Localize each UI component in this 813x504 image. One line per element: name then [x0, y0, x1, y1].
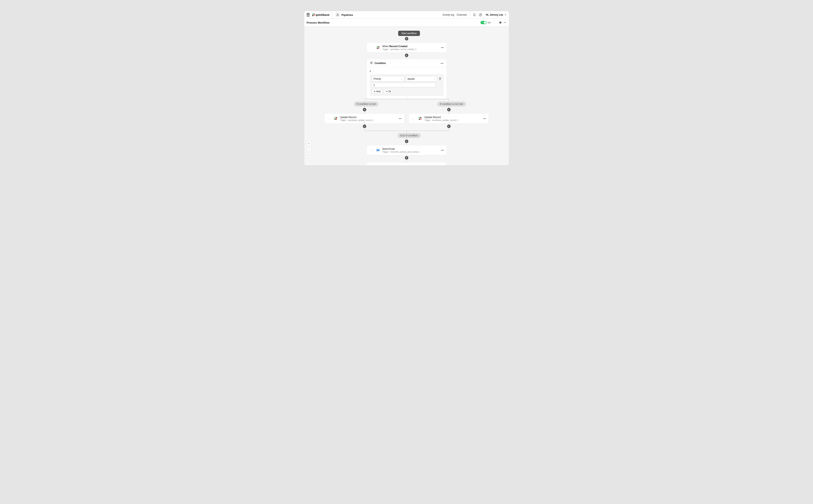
svg-rect-15 — [377, 46, 378, 47]
svg-point-12 — [504, 22, 504, 23]
settings-icon[interactable] — [499, 21, 502, 24]
divider — [470, 11, 470, 18]
fullscreen-button[interactable] — [307, 159, 311, 163]
main-header: quickbase Pipelines Activity log Channel… — [304, 11, 509, 19]
quickbase-icon — [376, 45, 380, 50]
svg-rect-17 — [377, 48, 378, 49]
logo-text: quickbase — [316, 13, 329, 16]
add-step-button[interactable]: + — [405, 156, 408, 160]
svg-point-10 — [500, 22, 501, 23]
zoom-controls: + − — [307, 141, 311, 163]
card-title: Send Email — [382, 148, 420, 151]
card-more-icon[interactable]: ••• — [441, 62, 444, 64]
value-input[interactable] — [372, 83, 436, 87]
toggle-label: On — [488, 21, 491, 24]
update-record-card-right[interactable]: ⋮⋮ Update Record Trigger · quickbase_upd… — [409, 114, 489, 123]
quickbase-icon — [334, 116, 338, 121]
trash-icon[interactable] — [438, 77, 442, 80]
user-greeting: Hi, Johnny Lee — [486, 13, 503, 16]
svg-point-4 — [337, 14, 338, 14]
section-pipelines[interactable]: Pipelines — [335, 13, 353, 17]
card-title: Update Record — [340, 116, 374, 119]
add-step-button[interactable]: + — [405, 37, 408, 40]
card-sub: Trigger · microsoft_outlook_send_email_1 — [382, 151, 420, 153]
user-menu[interactable]: Hi, Johnny Lee — [486, 13, 506, 16]
trigger-when: When — [382, 45, 389, 48]
end-condition-label: End of condition — [398, 133, 421, 138]
fit-button[interactable] — [307, 153, 311, 157]
trigger-event: Record Created — [389, 45, 407, 48]
svg-point-14 — [505, 22, 506, 23]
condition-box: Priority⌄ equals⌄ +And +Or — [370, 74, 444, 96]
outlook-icon — [376, 148, 380, 152]
chevron-down-icon: ⌄ — [434, 78, 435, 80]
zoom-out-button[interactable]: − — [307, 147, 311, 152]
section-title: Pipelines — [341, 13, 353, 16]
svg-rect-3 — [314, 15, 315, 16]
pipelines-icon — [335, 13, 340, 17]
svg-point-6 — [338, 15, 338, 16]
activity-log-link[interactable]: Activity log — [442, 13, 454, 16]
more-icon[interactable] — [503, 21, 506, 24]
drag-handle-icon[interactable]: ⋮⋮ — [411, 117, 416, 120]
drag-handle-icon[interactable]: ⋮⋮ — [327, 117, 332, 120]
send-email-card[interactable]: ⋮⋮ Send Email Trigger · microsoft_outloo… — [367, 146, 447, 155]
check-icon: ✓ — [481, 22, 483, 24]
workflow-title: Process Workflow — [307, 21, 329, 24]
add-step-button[interactable]: + — [405, 140, 408, 143]
update-record-card-left[interactable]: ⋮⋮ Update Record Trigger · quickbase_upd… — [325, 114, 404, 123]
drag-handle-icon[interactable]: ⋮⋮ — [369, 47, 374, 49]
branch-not-met-label: If condition is not met — [437, 102, 466, 106]
svg-point-11 — [500, 23, 500, 24]
condition-card[interactable]: Condition ••• If Priority⌄ equals⌄ +And … — [367, 59, 447, 99]
divider — [332, 11, 333, 18]
card-more-icon[interactable]: ••• — [441, 46, 444, 49]
drag-handle-icon[interactable]: ⋮⋮ — [369, 149, 374, 151]
drag-handle-icon[interactable]: ⋮⋮ — [369, 164, 374, 165]
card-more-icon[interactable]: ••• — [483, 117, 486, 120]
add-step-button[interactable]: + — [447, 108, 451, 111]
workflow-toggle[interactable]: ✓ — [480, 21, 487, 24]
operator-select[interactable]: equals⌄ — [406, 76, 437, 81]
add-step-button[interactable]: + — [363, 125, 366, 128]
svg-rect-26 — [420, 119, 421, 120]
bell-icon[interactable] — [473, 13, 476, 16]
add-step-button[interactable]: + — [447, 125, 451, 128]
svg-point-8 — [480, 15, 481, 16]
partial-card[interactable]: ⋮⋮ — [367, 163, 447, 165]
or-button[interactable]: +Or — [384, 89, 393, 94]
svg-rect-19 — [335, 117, 336, 118]
svg-point-5 — [337, 15, 337, 16]
chevron-down-icon — [504, 14, 506, 16]
start-workflow-pill: Start workflow — [398, 31, 420, 36]
apps-grid-icon[interactable] — [307, 13, 310, 17]
add-step-button[interactable]: + — [363, 108, 366, 111]
if-label: If — [370, 70, 444, 73]
help-icon[interactable] — [479, 13, 482, 16]
condition-title: Condition — [375, 62, 386, 65]
trigger-card[interactable]: ⋮⋮ When Record Created Trigger · quickba… — [367, 43, 447, 52]
chevron-down-icon: ⌄ — [401, 78, 403, 80]
svg-rect-20 — [336, 117, 337, 118]
svg-rect-23 — [419, 117, 420, 118]
logo[interactable]: quickbase — [312, 13, 329, 16]
card-more-icon[interactable]: ••• — [441, 149, 444, 151]
and-button[interactable]: +And — [372, 89, 383, 94]
svg-point-9 — [500, 22, 500, 22]
field-select[interactable]: Priority⌄ — [372, 76, 404, 81]
card-more-icon[interactable]: ••• — [399, 117, 402, 120]
card-sub: Trigger · quickbase_update_record_2 — [424, 119, 458, 121]
svg-rect-18 — [378, 48, 379, 49]
svg-rect-24 — [420, 117, 421, 118]
svg-rect-2 — [312, 15, 313, 16]
zoom-in-button[interactable]: + — [307, 141, 311, 146]
quickbase-logo-icon — [312, 13, 315, 16]
add-step-button[interactable]: + — [405, 54, 408, 57]
svg-rect-28 — [378, 149, 379, 151]
channels-link[interactable]: Channels — [456, 13, 467, 16]
condition-icon — [370, 61, 373, 65]
workflow-canvas[interactable]: Start workflow + ⋮⋮ When Record Created … — [304, 27, 509, 165]
trigger-sub: Trigger · quickbase_record_created_1 — [382, 48, 417, 50]
svg-rect-16 — [378, 46, 379, 47]
card-title: Update Record — [424, 116, 458, 119]
